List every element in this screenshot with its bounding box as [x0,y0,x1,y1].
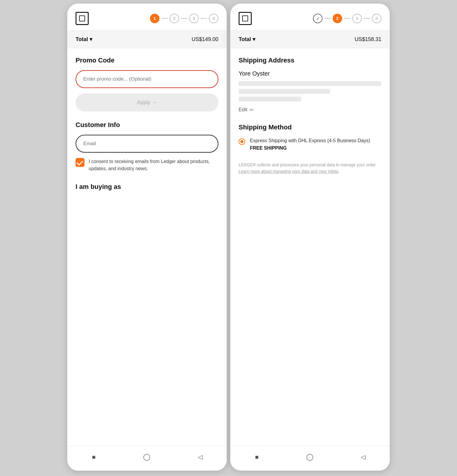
email-input-wrapper[interactable] [76,135,218,153]
right-step-dash-3 [364,18,370,19]
step-1: 1 [150,14,159,23]
promo-input-wrapper[interactable] [76,70,218,88]
consent-checkbox[interactable] [76,158,84,167]
edit-row: Edit ✏ [239,107,381,113]
address-line-3 [239,97,301,101]
back-button[interactable]: ◁ [195,452,206,462]
right-home-button[interactable]: ◯ [305,452,315,462]
step-2: 2 [170,14,179,23]
address-line-2 [239,89,330,94]
step-3: 3 [189,14,199,23]
right-stop-button[interactable]: ■ [251,452,262,462]
promo-input[interactable] [83,76,211,82]
customer-section-title: Customer Info [76,121,218,129]
right-total-label: Total ▾ [239,36,255,43]
right-step-4: 4 [372,14,381,23]
consent-label: I consent to receiving emails from Ledge… [89,158,218,172]
promo-section-title: Promo Code [76,57,218,64]
shipping-info: Express Shipping with DHL Express (4-5 B… [250,137,381,151]
right-total-amount: US$158.31 [355,36,381,43]
step-dash-2 [181,18,187,19]
left-header: 1 2 3 4 [67,4,227,30]
right-step-dash-1 [324,18,331,19]
consent-row: I consent to receiving emails from Ledge… [76,158,218,172]
shipping-option[interactable]: Express Shipping with DHL Express (4-5 B… [239,137,381,151]
right-total-bar[interactable]: Total ▾ US$158.31 [230,30,390,48]
address-line-1 [239,81,381,86]
left-total-amount: US$149.00 [192,36,218,43]
right-bottom-nav: ■ ◯ ◁ [230,446,390,471]
right-step-2: 2 [333,14,342,23]
right-logo [239,12,252,25]
left-phone: 1 2 3 4 Total ▾ US$149.00 Promo Code [67,4,227,471]
right-step-3: 3 [352,14,362,23]
email-input[interactable] [83,141,211,147]
shipping-radio[interactable] [239,138,245,145]
apply-button[interactable]: Apply → [76,93,218,112]
right-chevron-down-icon: ▾ [253,36,255,43]
privacy-link[interactable]: Learn more about managing your data and … [239,169,338,174]
shipping-description: Express Shipping with DHL Express (4-5 B… [250,137,381,144]
buying-section-title: I am buying as [76,183,218,191]
privacy-text: LEDGER collects and processes your perso… [239,162,381,175]
left-step-indicator: 1 2 3 4 [150,14,218,23]
shipping-method-title: Shipping Method [239,123,381,131]
radio-inner [240,140,243,143]
stop-button[interactable]: ■ [88,452,99,462]
right-back-button[interactable]: ◁ [358,452,369,462]
left-total-label: Total ▾ [76,36,92,43]
right-main-content: Shipping Address Yore Oyster Edit ✏ Ship… [230,48,390,446]
edit-icon[interactable]: ✏ [250,107,253,113]
left-bottom-nav: ■ ◯ ◁ [67,446,227,471]
step-4: 4 [209,14,218,23]
chevron-down-icon: ▾ [90,36,92,43]
step-check-1: ✓ [313,14,323,23]
shipping-address-title: Shipping Address [239,57,381,64]
right-phone: ✓ 2 3 4 Total ▾ US$158.31 Shipping Addre… [230,4,390,471]
right-step-indicator: ✓ 2 3 4 [313,14,381,23]
right-step-dash-2 [344,18,350,19]
left-logo [76,12,89,25]
left-total-bar[interactable]: Total ▾ US$149.00 [67,30,227,48]
shipping-price: FREE SHIPPING [250,145,381,151]
step-dash-1 [161,18,168,19]
edit-label: Edit [239,107,247,113]
home-button[interactable]: ◯ [142,452,152,462]
step-dash-3 [201,18,207,19]
left-main-content: Promo Code Apply → Customer Info I conse… [67,48,227,446]
customer-name: Yore Oyster [239,70,381,77]
right-header: ✓ 2 3 4 [230,4,390,30]
